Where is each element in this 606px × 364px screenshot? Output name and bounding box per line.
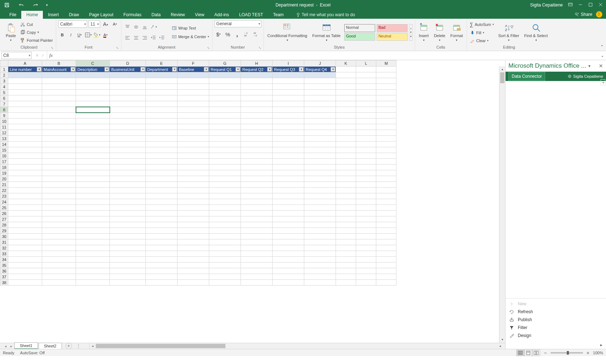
cell-B16[interactable] bbox=[42, 153, 76, 159]
tab-team[interactable]: Team bbox=[268, 11, 288, 19]
row-header-14[interactable]: 14 bbox=[0, 141, 8, 147]
cell-E30[interactable] bbox=[146, 234, 178, 239]
tab-formulas[interactable]: Formulas bbox=[118, 11, 147, 19]
row-header-17[interactable]: 17 bbox=[0, 159, 8, 165]
cell-I29[interactable] bbox=[273, 228, 304, 234]
cell-B27[interactable] bbox=[42, 216, 76, 222]
cell-J7[interactable] bbox=[304, 101, 336, 107]
cell-I33[interactable] bbox=[273, 251, 304, 257]
cell-D35[interactable] bbox=[110, 262, 146, 268]
cell-K14[interactable] bbox=[336, 141, 356, 147]
cell-B28[interactable] bbox=[42, 222, 76, 228]
cell-K12[interactable] bbox=[336, 130, 356, 136]
clipboard-launcher-icon[interactable]: ⤡ bbox=[51, 46, 54, 50]
cell-D6[interactable] bbox=[110, 95, 146, 101]
cell-H16[interactable] bbox=[241, 153, 273, 159]
cell-K32[interactable] bbox=[336, 245, 356, 251]
cell-F22[interactable] bbox=[178, 188, 209, 193]
cell-D17[interactable] bbox=[110, 159, 146, 165]
cell-C25[interactable] bbox=[76, 205, 110, 211]
cell-L7[interactable] bbox=[356, 101, 376, 107]
cell-F32[interactable] bbox=[178, 245, 209, 251]
cell-M2[interactable] bbox=[376, 72, 396, 78]
col-header-M[interactable]: M bbox=[376, 60, 396, 67]
cell-K10[interactable] bbox=[336, 118, 356, 124]
cell-E35[interactable] bbox=[146, 262, 178, 268]
cell-B11[interactable] bbox=[42, 124, 76, 130]
redo-icon[interactable] bbox=[32, 1, 40, 9]
cell-K29[interactable] bbox=[336, 228, 356, 234]
taskpane-publish-button[interactable]: Publish bbox=[509, 317, 602, 322]
cell-E11[interactable] bbox=[146, 124, 178, 130]
cell-L30[interactable] bbox=[356, 234, 376, 239]
cell-G21[interactable] bbox=[209, 182, 241, 188]
cell-E26[interactable] bbox=[146, 211, 178, 216]
scroll-left-icon[interactable]: ◂ bbox=[90, 344, 96, 348]
cell-G31[interactable] bbox=[209, 239, 241, 245]
zoom-level[interactable]: 100% bbox=[593, 351, 603, 355]
cell-G9[interactable] bbox=[209, 113, 241, 118]
cell-J10[interactable] bbox=[304, 118, 336, 124]
cell-D14[interactable] bbox=[110, 141, 146, 147]
cell-F9[interactable] bbox=[178, 113, 209, 118]
row-header-26[interactable]: 26 bbox=[0, 211, 8, 216]
cell-H2[interactable] bbox=[241, 72, 273, 78]
cell-J3[interactable] bbox=[304, 78, 336, 84]
cell-J18[interactable] bbox=[304, 165, 336, 170]
cancel-formula-icon[interactable]: ✕ bbox=[35, 53, 39, 58]
cell-K19[interactable] bbox=[336, 170, 356, 176]
filter-icon[interactable]: ▾ bbox=[235, 67, 240, 72]
cell-M10[interactable] bbox=[376, 118, 396, 124]
format-as-table-button[interactable]: Format as Table▾ bbox=[311, 22, 342, 42]
cell-J36[interactable] bbox=[304, 268, 336, 274]
cell-M23[interactable] bbox=[376, 193, 396, 199]
cell-F30[interactable] bbox=[178, 234, 209, 239]
cell-J24[interactable] bbox=[304, 199, 336, 205]
tab-review[interactable]: Review bbox=[166, 11, 190, 19]
sort-filter-button[interactable]: AZSort & Filter▾ bbox=[497, 22, 521, 42]
cell-J16[interactable] bbox=[304, 153, 336, 159]
cell-M3[interactable] bbox=[376, 78, 396, 84]
paste-button[interactable]: Paste▾ bbox=[4, 22, 17, 42]
align-left-icon[interactable] bbox=[124, 34, 131, 42]
cell-K17[interactable] bbox=[336, 159, 356, 165]
cell-A13[interactable] bbox=[8, 136, 42, 141]
cell-H31[interactable] bbox=[241, 239, 273, 245]
find-select-button[interactable]: Find & Select▾ bbox=[523, 22, 549, 42]
cell-J5[interactable] bbox=[304, 90, 336, 95]
cell-B24[interactable] bbox=[42, 199, 76, 205]
cell-C38[interactable] bbox=[76, 280, 110, 286]
cell-L32[interactable] bbox=[356, 245, 376, 251]
cell-C21[interactable] bbox=[76, 182, 110, 188]
cell-A15[interactable] bbox=[8, 147, 42, 153]
row-header-20[interactable]: 20 bbox=[0, 176, 8, 182]
cell-I25[interactable] bbox=[273, 205, 304, 211]
align-middle-icon[interactable] bbox=[132, 23, 140, 31]
cell-A11[interactable] bbox=[8, 124, 42, 130]
cell-I18[interactable] bbox=[273, 165, 304, 170]
cell-G15[interactable] bbox=[209, 147, 241, 153]
row-header-2[interactable]: 2 bbox=[0, 72, 8, 78]
view-normal-icon[interactable] bbox=[516, 350, 524, 356]
cell-D30[interactable] bbox=[110, 234, 146, 239]
cell-K36[interactable] bbox=[336, 268, 356, 274]
cell-D29[interactable] bbox=[110, 228, 146, 234]
cell-D28[interactable] bbox=[110, 222, 146, 228]
cell-B12[interactable] bbox=[42, 130, 76, 136]
cell-L4[interactable] bbox=[356, 84, 376, 90]
cell-H37[interactable] bbox=[241, 274, 273, 280]
cell-C11[interactable] bbox=[76, 124, 110, 130]
name-box[interactable]: C8 bbox=[1, 52, 32, 59]
cell-A8[interactable] bbox=[8, 107, 42, 113]
cell-F35[interactable] bbox=[178, 262, 209, 268]
cell-E13[interactable] bbox=[146, 136, 178, 141]
sheet-nav-prev-icon[interactable]: ◂ bbox=[3, 344, 8, 348]
taskpane-design-button[interactable]: Design bbox=[509, 333, 602, 338]
cell-M28[interactable] bbox=[376, 222, 396, 228]
cell-A38[interactable] bbox=[8, 280, 42, 286]
cell-J15[interactable] bbox=[304, 147, 336, 153]
cell-A29[interactable] bbox=[8, 228, 42, 234]
cell-M8[interactable] bbox=[376, 107, 396, 113]
cell-K7[interactable] bbox=[336, 101, 356, 107]
cell-I10[interactable] bbox=[273, 118, 304, 124]
